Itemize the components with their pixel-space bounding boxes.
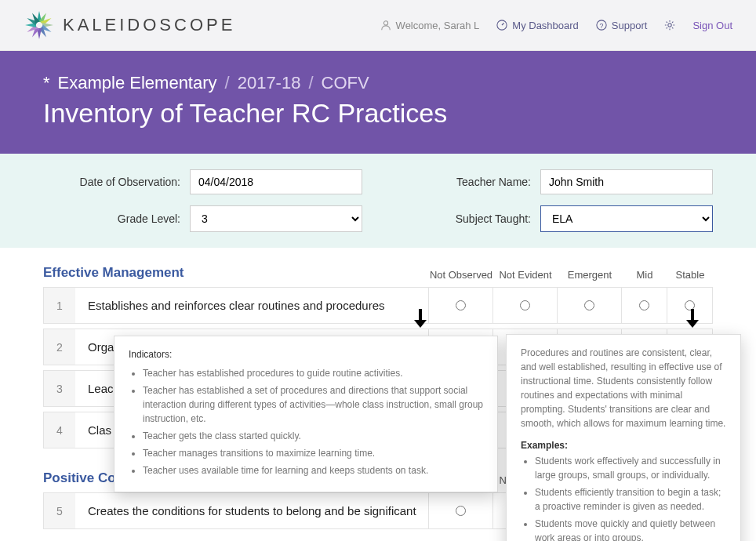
section-title: Effective Management (43, 265, 184, 281)
page-title: Inventory of Teacher RC Practices (43, 98, 713, 129)
field-subject: Subject Taught: ELA (394, 205, 713, 232)
radio-mid[interactable] (639, 300, 649, 310)
col-emergent: Emergent (558, 269, 622, 281)
subject-label: Subject Taught: (456, 212, 531, 225)
gear-icon (664, 20, 675, 31)
col-stable: Stable (667, 269, 713, 281)
support-link[interactable]: ? Support (596, 20, 648, 31)
tooltip-bullet: Teacher manages transitions to maximize … (143, 446, 483, 460)
tooltip-body: Procedures and routines are consistent, … (521, 346, 726, 430)
welcome-text: Welcome, Sarah L (380, 20, 480, 31)
tooltip-bullet: Teacher has established a set of procedu… (143, 383, 483, 426)
tooltip-bullet: Teacher gets the class started quickly. (143, 429, 483, 443)
svg-text:?: ? (599, 22, 603, 30)
date-input[interactable] (190, 169, 362, 194)
observation-form: Date of Observation: Teacher Name: Grade… (0, 154, 756, 248)
field-teacher: Teacher Name: (394, 169, 713, 194)
down-arrow-icon (414, 309, 427, 328)
dashboard-link[interactable]: My Dashboard (496, 20, 579, 31)
row-label[interactable]: Establishes and reinforces clear routine… (75, 288, 428, 323)
down-arrow-icon (686, 309, 699, 328)
breadcrumb-sep: / (308, 73, 313, 93)
col-not-observed: Not Observed (429, 269, 493, 281)
example-bullet: Students work effectively and successful… (535, 454, 726, 482)
field-grade: Grade Level: 3 (43, 205, 362, 232)
tooltip-title: Indicators: (129, 347, 483, 361)
brand: KALEIDOSCOPE (24, 9, 235, 41)
row-num: 1 (44, 288, 75, 323)
row-num: 4 (44, 412, 75, 448)
tooltip-bullet: Teacher has established procedures to gu… (143, 366, 483, 380)
row-num: 5 (44, 493, 75, 528)
col-mid: Mid (622, 269, 667, 281)
row-num: 3 (44, 371, 75, 406)
breadcrumb-year[interactable]: 2017-18 (238, 73, 301, 93)
example-bullet: Students move quickly and quietly betwee… (535, 517, 726, 541)
tooltip-bullet: Teacher uses available time for learning… (143, 463, 483, 477)
breadcrumb-sep: / (225, 73, 230, 93)
table-row: 1 Establishes and reinforces clear routi… (43, 287, 713, 324)
dashboard-label: My Dashboard (512, 20, 579, 31)
breadcrumb-code[interactable]: COFV (322, 73, 369, 93)
user-icon (380, 20, 391, 31)
welcome-label: Welcome, Sarah L (396, 20, 480, 31)
radio-not-observed[interactable] (456, 300, 466, 310)
grade-label: Grade Level: (118, 212, 180, 225)
radio-not-observed[interactable] (456, 506, 466, 516)
examples-title: Examples: (521, 438, 726, 452)
rating-tooltip: Procedures and routines are consistent, … (506, 334, 741, 541)
dashboard-icon (496, 20, 507, 31)
support-label: Support (612, 20, 648, 31)
teacher-label: Teacher Name: (456, 176, 531, 188)
indicator-tooltip: Indicators: Teacher has established proc… (114, 336, 498, 492)
signout-link[interactable]: Sign Out (692, 20, 732, 31)
date-label: Date of Observation: (80, 176, 180, 188)
radio-not-evident[interactable] (520, 300, 530, 310)
teacher-input[interactable] (540, 169, 713, 194)
row-num: 2 (44, 329, 75, 365)
help-icon: ? (596, 20, 607, 31)
top-nav: KALEIDOSCOPE Welcome, Sarah L My Dashboa… (0, 0, 756, 51)
brand-text: KALEIDOSCOPE (63, 15, 235, 35)
breadcrumb: * Example Elementary / 2017-18 / COFV (43, 73, 713, 93)
breadcrumb-prefix: * (43, 73, 50, 93)
svg-point-0 (383, 21, 387, 25)
example-bullet: Students efficiently transition to begin… (535, 485, 726, 514)
row-label[interactable]: Creates the conditions for students to b… (75, 493, 428, 528)
grade-select[interactable]: 3 (190, 205, 362, 232)
signout-label: Sign Out (692, 20, 732, 31)
settings-link[interactable] (664, 20, 675, 31)
svg-point-4 (668, 24, 671, 27)
field-date: Date of Observation: (43, 169, 362, 194)
breadcrumb-site[interactable]: Example Elementary (58, 73, 217, 93)
hero-banner: * Example Elementary / 2017-18 / COFV In… (0, 51, 756, 154)
col-not-evident: Not Evident (493, 269, 558, 281)
radio-emergent[interactable] (584, 300, 594, 310)
subject-select[interactable]: ELA (540, 205, 713, 232)
nav-right: Welcome, Sarah L My Dashboard ? Support … (380, 20, 732, 31)
logo-icon (24, 9, 55, 41)
